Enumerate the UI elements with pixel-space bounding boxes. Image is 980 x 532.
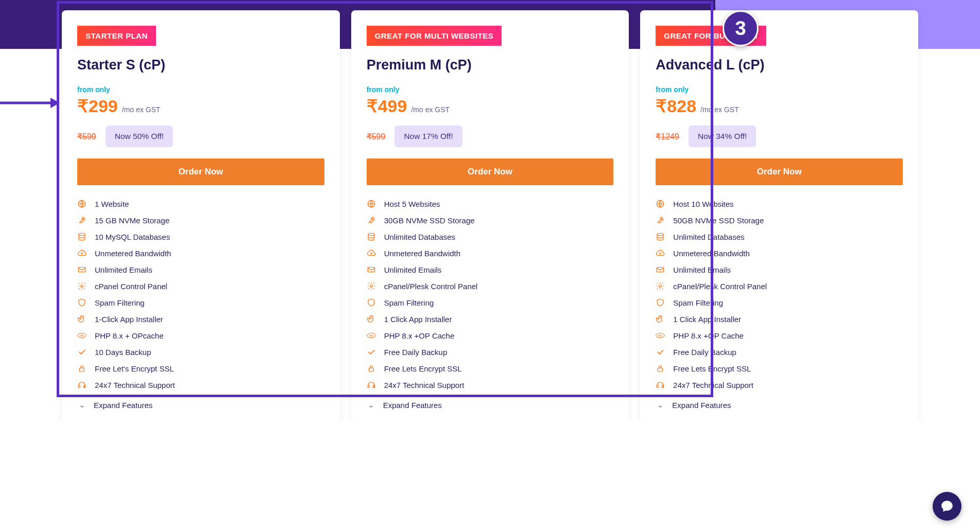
from-only-label: from only [77, 85, 324, 94]
feature-item: Free Lets Encrypt SSL [656, 360, 903, 377]
cog-icon [367, 281, 376, 291]
feature-label: cPanel/Plesk Control Panel [384, 282, 478, 291]
shield-icon [77, 298, 87, 307]
svg-rect-19 [369, 368, 373, 371]
feature-label: 50GB NVMe SSD Storage [673, 216, 764, 225]
feature-label: 10 Days Backup [95, 348, 151, 357]
plan-strike-price: ₹599 [77, 132, 96, 141]
feature-label: Unlimited Emails [384, 265, 442, 274]
feature-label: Free Let's Encrypt SSL [95, 364, 174, 373]
discount-row: ₹599 Now 17% Off! [367, 126, 614, 147]
feature-label: 10 MySQL Databases [95, 233, 170, 241]
feature-label: 24x7 Technical Support [95, 381, 175, 389]
plan-name: Premium M (cP) [367, 57, 614, 73]
feature-item: Host 5 Websites [367, 196, 614, 212]
feature-item: Free Daily Backup [367, 344, 614, 360]
svg-point-24 [657, 233, 663, 236]
feature-label: Unlimited Databases [673, 233, 744, 241]
chevron-down-icon: ⌄ [77, 400, 87, 410]
php-icon: php [77, 331, 87, 340]
feature-item: Unlimited Emails [77, 261, 324, 278]
svg-text:php: php [369, 334, 373, 337]
feature-item: Host 10 Websites [656, 196, 903, 212]
plan-card-advanced: GREAT FOR BUSINESS! Advanced L (cP) from… [640, 10, 918, 422]
plan-tag: STARTER PLAN [77, 26, 156, 46]
lock-icon [656, 364, 665, 373]
svg-marker-1 [50, 98, 60, 108]
headset-icon [367, 380, 376, 389]
php-icon: php [656, 331, 665, 340]
feature-item: 15 GB NVMe Storage [77, 212, 324, 228]
svg-rect-30 [657, 385, 659, 388]
feature-item: 30GB NVMe SSD Storage [367, 212, 614, 228]
database-icon [77, 232, 87, 241]
svg-point-4 [79, 233, 85, 236]
feature-item: Free Let's Encrypt SSL [77, 360, 324, 377]
cloud-up-icon [367, 249, 376, 258]
feature-label: Free Daily Backup [384, 348, 448, 357]
feature-label: Free Daily Backup [673, 348, 736, 357]
plan-card-premium: GREAT FOR MULTI WEBSITES Premium M (cP) … [351, 10, 629, 422]
feature-label: 30GB NVMe SSD Storage [384, 216, 475, 225]
feature-item: Unlimited Emails [367, 261, 614, 278]
feature-label: Unmetered Bandwidth [384, 249, 460, 258]
plan-strike-price: ₹1249 [656, 132, 679, 141]
hand-icon [367, 314, 376, 324]
feature-item: phpPHP 8.x +OP Cache [656, 327, 903, 344]
order-now-button[interactable]: Order Now [656, 158, 903, 185]
plan-price: ₹299 [77, 96, 118, 116]
feature-item: 1 Click App Installer [367, 311, 614, 327]
order-now-button[interactable]: Order Now [77, 158, 324, 185]
feature-label: Unlimited Databases [384, 233, 455, 241]
database-icon [656, 232, 665, 241]
discount-row: ₹1249 Now 34% Off! [656, 126, 903, 147]
hand-icon [656, 314, 665, 324]
feature-label: Unmetered Bandwidth [95, 249, 171, 258]
shield-icon [367, 298, 376, 307]
hand-icon [77, 314, 87, 324]
svg-rect-20 [368, 385, 369, 388]
lock-icon [367, 364, 376, 373]
svg-point-3 [82, 219, 83, 220]
feature-label: Spam Filtering [95, 298, 145, 307]
expand-features-button[interactable]: ⌄ Expand Features [656, 393, 903, 412]
expand-features-button[interactable]: ⌄ Expand Features [77, 393, 324, 412]
feature-item: cPanel/Plesk Control Panel [656, 278, 903, 294]
feature-item: phpPHP 8.x +OP Cache [367, 327, 614, 344]
shield-icon [656, 298, 665, 307]
svg-point-13 [372, 219, 373, 220]
feature-item: 50GB NVMe SSD Storage [656, 212, 903, 228]
headset-icon [656, 380, 665, 389]
svg-text:php: php [80, 334, 84, 337]
discount-row: ₹599 Now 50% Off! [77, 126, 324, 147]
feature-item: Unmetered Bandwidth [367, 245, 614, 261]
feature-item: Spam Filtering [367, 294, 614, 311]
rocket-icon [656, 216, 665, 225]
feature-label: PHP 8.x +OP Cache [673, 331, 744, 340]
svg-rect-15 [368, 268, 375, 272]
rocket-icon [367, 216, 376, 225]
from-only-label: from only [656, 85, 903, 94]
feature-item: Free Daily Backup [656, 344, 903, 360]
envelope-icon [367, 265, 376, 274]
feature-item: 1-Click App Installer [77, 311, 324, 327]
per-label: /mo ex GST [411, 105, 450, 114]
svg-rect-10 [78, 385, 80, 388]
feature-label: 15 GB NVMe Storage [95, 216, 169, 225]
expand-label: Expand Features [94, 401, 152, 410]
plan-name: Advanced L (cP) [656, 57, 903, 73]
php-icon: php [367, 331, 376, 340]
expand-features-button[interactable]: ⌄ Expand Features [367, 393, 614, 412]
feature-label: PHP 8.x + OPcache [95, 331, 164, 340]
discount-badge: Now 50% Off! [106, 126, 173, 147]
cog-icon [656, 281, 665, 291]
plan-tag: GREAT FOR MULTI WEBSITES [367, 26, 502, 46]
feature-item: Free Lets Encrypt SSL [367, 360, 614, 377]
step-number-badge: 3 [723, 10, 759, 46]
order-now-button[interactable]: Order Now [367, 158, 614, 185]
feature-list: 1 Website15 GB NVMe Storage10 MySQL Data… [77, 196, 324, 393]
check-icon [367, 347, 376, 357]
feature-item: 24x7 Technical Support [656, 377, 903, 393]
feature-label: 1 Click App Installer [384, 315, 452, 324]
feature-item: 24x7 Technical Support [77, 377, 324, 393]
